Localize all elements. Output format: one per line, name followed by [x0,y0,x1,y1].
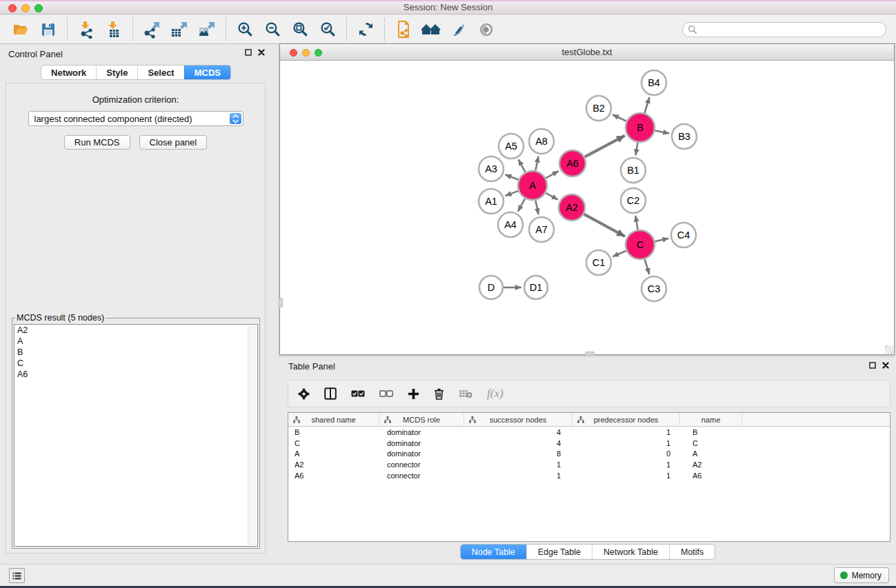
table-cell[interactable]: 8 [464,449,573,458]
zoom-in-button[interactable] [231,18,259,41]
table-cell[interactable]: dominator [379,439,464,447]
add-column-button[interactable] [408,388,419,400]
network-canvas[interactable]: B4B2BB3A8A5A6A3B1AA1C2A2A4A7C4CC1DD1C3 [280,61,894,354]
export-network-button[interactable] [138,18,166,41]
table-cell[interactable]: A [680,449,742,458]
edge-A-A2[interactable] [546,193,558,200]
table-cell[interactable]: B [288,428,379,436]
result-item-c[interactable]: C [14,358,257,369]
edge-B-B1[interactable] [636,143,638,156]
close-icon[interactable] [882,362,889,369]
edge-C-C3[interactable] [645,259,650,274]
delete-table-button[interactable] [459,389,472,398]
apply-layout-button[interactable] [352,18,379,41]
show-graphics-details-button[interactable] [472,18,500,41]
column-header-shared-name[interactable]: shared name [288,413,379,426]
result-item-a6[interactable]: A6 [14,369,257,380]
edge-C-C1[interactable] [613,251,626,257]
edge-B-B4[interactable] [645,97,650,113]
edge-B-B3[interactable] [655,130,670,133]
tab-node-table[interactable]: Node Table [461,545,526,559]
float-icon[interactable] [245,49,252,56]
optimization-criterion-dropdown[interactable]: largest connected component (directed) [28,111,243,126]
table-row-c[interactable]: Cdominator41C [288,438,890,449]
table-cell[interactable]: 1 [573,472,680,480]
table-cell[interactable]: 1 [573,439,680,447]
column-header-successor-nodes[interactable]: successor nodes [464,413,573,426]
table-cell[interactable]: C [288,439,379,447]
zoom-selected-button[interactable] [314,18,341,41]
table-row-b[interactable]: Bdominator41B [288,427,890,438]
table-cell[interactable]: A2 [680,460,742,469]
task-history-button[interactable] [9,568,25,583]
edge-A-A1[interactable] [506,191,519,196]
table-cell[interactable]: connector [379,460,464,469]
function-builder-button[interactable]: f(x) [487,387,504,401]
table-cell[interactable]: A6 [680,472,742,480]
search-input[interactable] [697,24,881,35]
run-mcds-button[interactable]: Run MCDS [64,135,130,150]
close-panel-button[interactable]: Close panel [139,135,208,150]
tab-network[interactable]: Network [41,65,96,79]
table-cell[interactable]: 4 [464,428,573,436]
export-image-button[interactable] [193,18,221,41]
search-box[interactable] [682,22,886,37]
edge-B-B2[interactable] [613,114,626,121]
hide-annotations-button[interactable] [445,18,472,41]
table-cell[interactable]: 1 [573,428,680,436]
edge-A-A7[interactable] [535,201,538,215]
table-cell[interactable]: 1 [464,460,573,469]
import-table-button[interactable] [100,18,128,41]
open-session-button[interactable] [7,18,34,41]
import-network-button[interactable] [72,18,100,41]
memory-button[interactable]: Memory [834,567,889,583]
tab-mcds[interactable]: MCDS [184,65,230,79]
edge-C-C2[interactable] [635,216,637,230]
edge-A6-B[interactable] [585,136,625,157]
edge-A-A8[interactable] [535,156,538,171]
tab-network-table[interactable]: Network Table [592,545,669,559]
edge-C-C4[interactable] [655,239,669,241]
tab-edge-table[interactable]: Edge Table [526,545,592,559]
table-cell[interactable]: 1 [464,472,573,480]
zoom-out-button[interactable] [259,18,286,41]
network-window-titlebar[interactable]: testGlobe.txt [280,44,894,61]
home-button[interactable] [417,18,445,41]
table-row-a2[interactable]: A2connector11A2 [288,459,890,470]
column-header-mcds-role[interactable]: MCDS role [379,413,464,426]
save-session-button[interactable] [34,18,62,41]
result-item-a2[interactable]: A2 [14,325,257,336]
show-columns-button[interactable] [324,387,337,400]
table-cell[interactable]: 4 [464,439,573,447]
table-row-a[interactable]: Adominator80A [288,449,890,460]
table-cell[interactable]: dominator [379,449,464,458]
table-cell[interactable]: dominator [379,428,464,436]
unselect-all-columns-button[interactable] [379,389,393,398]
window-resize-grip[interactable] [885,345,893,354]
table-cell[interactable]: 0 [573,449,680,458]
network-from-selection-button[interactable] [390,18,417,41]
float-icon[interactable] [869,362,876,369]
export-table-button[interactable] [166,18,193,41]
table-cell[interactable]: C [680,439,742,447]
close-icon[interactable] [258,49,265,56]
vertical-splitter-handle[interactable] [279,298,283,307]
table-cell[interactable]: A6 [288,472,379,480]
zoom-fit-button[interactable] [286,18,314,41]
table-cell[interactable]: A [288,449,379,458]
delete-column-button[interactable] [434,388,444,400]
table-cell[interactable]: A2 [288,460,379,469]
column-header-predecessor-nodes[interactable]: predecessor nodes [573,413,680,426]
table-settings-button[interactable] [298,388,310,400]
tab-select[interactable]: Select [137,65,183,79]
edge-A2-C[interactable] [584,214,626,236]
network-graph[interactable]: B4B2BB3A8A5A6A3B1AA1C2A2A4A7C4CC1DD1C3 [280,61,894,354]
tab-style[interactable]: Style [96,65,137,79]
result-item-b[interactable]: B [14,347,257,358]
edge-A-A5[interactable] [519,159,526,172]
table-row-a6[interactable]: A6connector11A6 [288,470,890,481]
edge-A-A6[interactable] [546,171,559,178]
table-cell[interactable]: connector [379,472,464,480]
table-cell[interactable]: 1 [573,460,680,469]
edge-A-A3[interactable] [505,174,518,180]
